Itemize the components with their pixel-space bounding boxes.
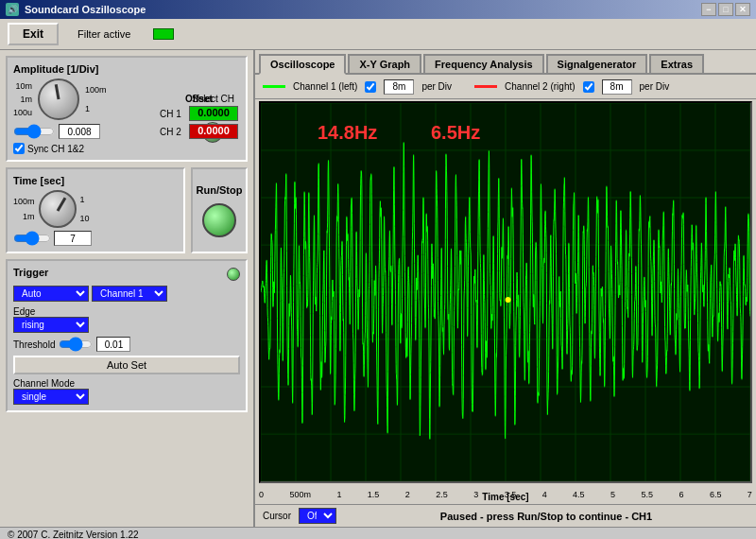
channel-bar: Channel 1 (left) per Div Channel 2 (righ… (255, 75, 756, 99)
ch1-visible-checkbox[interactable] (365, 81, 376, 93)
ch1-bar-label: Channel 1 (left) (293, 81, 357, 92)
trigger-mode-dropdown[interactable]: Auto Normal Single (13, 286, 89, 302)
ch2-bar-label: Channel 2 (right) (505, 81, 575, 92)
time-tick-500m: 500m (289, 490, 311, 499)
ch2-offset-label: CH 2 (160, 127, 186, 137)
threshold-slider[interactable] (59, 339, 93, 349)
app-title: Soundcard Oszilloscope (25, 4, 146, 15)
time-section: Time [sec] 100m 1m 1 10 (6, 167, 185, 253)
ch1-offset-value[interactable]: 0.0000 (189, 106, 238, 121)
maximize-button[interactable]: □ (718, 3, 733, 16)
edge-dropdown[interactable]: rising falling (13, 317, 89, 333)
tab-signalgenerator[interactable]: Signalgenerator (546, 54, 648, 73)
time-knob-indicator (56, 197, 66, 211)
time-label-1m: 1m (23, 212, 35, 221)
trigger-channel-dropdown[interactable]: Channel 1 Channel 2 (92, 286, 167, 302)
time-tick-4: 4 (542, 490, 547, 499)
minimize-button[interactable]: − (701, 3, 716, 16)
sync-label: Sync CH 1&2 (27, 144, 84, 154)
ch1-offset-row: CH 1 0.0000 (160, 106, 238, 121)
time-label-100m: 100m (13, 197, 35, 206)
amplitude-value-input[interactable] (59, 124, 100, 139)
ch2-visible-checkbox[interactable] (583, 81, 594, 93)
oscilloscope-display: 14.8Hz 6.5Hz (259, 101, 752, 483)
amp-label-10m: 10m (16, 81, 33, 91)
threshold-label: Threshold (13, 339, 55, 350)
amplitude-title: Amplitude [1/Div] (13, 63, 240, 75)
title-bar: 🔊 Soundcard Oszilloscope − □ ✕ (0, 0, 756, 19)
ch2-per-div-input[interactable] (602, 79, 632, 95)
left-panel: Amplitude [1/Div] 10m 1m 100u 100m (0, 50, 255, 527)
content-area: Amplitude [1/Div] 10m 1m 100u 100m (0, 50, 756, 527)
threshold-row: Threshold (13, 337, 240, 352)
edge-label: Edge (13, 306, 240, 317)
ch1-per-div-label: per Div (421, 81, 452, 92)
tab-bar: Oscilloscope X-Y Graph Frequency Analysi… (255, 50, 756, 75)
sync-checkbox-row: Sync CH 1&2 (13, 143, 240, 154)
time-tick-1_5: 1.5 (368, 490, 380, 499)
offset-label: Offset (160, 94, 238, 104)
app-icon: 🔊 (6, 3, 19, 16)
amplitude-section: Amplitude [1/Div] 10m 1m 100u 100m (6, 56, 248, 162)
time-title: Time [sec] (13, 175, 178, 186)
time-slider[interactable] (13, 234, 51, 243)
toolbar: Exit Filter active (0, 19, 756, 50)
amplitude-slider[interactable] (13, 127, 55, 136)
trigger-header: Trigger (13, 267, 240, 282)
main-container: Exit Filter active Amplitude [1/Div] 10m… (0, 19, 756, 539)
ch1-per-div-input[interactable] (384, 79, 414, 95)
time-tick-4_5: 4.5 (573, 490, 585, 499)
run-stop-title: Run/Stop (197, 184, 243, 196)
right-panel: Oscilloscope X-Y Graph Frequency Analysi… (255, 50, 756, 527)
trigger-title: Trigger (13, 267, 48, 278)
time-tick-3: 3 (473, 490, 478, 499)
cursor-label: Cursor (263, 511, 291, 521)
amp-label-1m: 1m (21, 95, 33, 104)
tab-frequency-analysis[interactable]: Frequency Analysis (423, 54, 544, 73)
ch2-offset-row: CH 2 0.0000 (160, 124, 238, 139)
time-label-1: 1 (80, 195, 85, 204)
auto-set-button[interactable]: Auto Set (13, 356, 240, 374)
time-tick-6: 6 (679, 490, 683, 499)
time-value-input[interactable] (54, 231, 92, 246)
time-tick-5: 5 (610, 490, 615, 499)
run-stop-button[interactable] (202, 203, 236, 237)
status-text: Paused - press Run/Stop to continue - CH… (344, 511, 748, 522)
time-tick-2: 2 (405, 490, 410, 499)
time-axis-title: Time [sec] (482, 492, 528, 502)
channel-mode-label: Channel Mode (13, 378, 240, 389)
tab-oscilloscope[interactable]: Oscilloscope (259, 54, 346, 75)
close-button[interactable]: ✕ (735, 3, 750, 16)
footer: © 2007 C. Zeitnitz Version 1.22 (0, 527, 756, 539)
time-knob[interactable] (39, 190, 77, 228)
footer-text: © 2007 C. Zeitnitz Version 1.22 (8, 530, 139, 539)
bottom-bar: Cursor Off On Paused - press Run/Stop to… (255, 504, 756, 527)
time-tick-5_5: 5.5 (641, 490, 653, 499)
filter-indicator (153, 28, 174, 40)
freq-label-1: 14.8Hz (318, 122, 377, 144)
sync-checkbox[interactable] (13, 143, 25, 154)
time-tick-7: 7 (747, 490, 752, 499)
ch2-per-div-label: per Div (640, 81, 670, 92)
time-label-10: 10 (80, 214, 90, 223)
time-tick-1: 1 (336, 490, 341, 499)
osc-canvas (261, 103, 750, 481)
run-stop-section: Run/Stop (191, 167, 248, 253)
knob-indicator (55, 84, 60, 99)
cursor-dropdown[interactable]: Off On (299, 508, 336, 524)
ch2-color-line (474, 85, 497, 88)
time-tick-6_5: 6.5 (710, 490, 722, 499)
tab-extras[interactable]: Extras (649, 54, 704, 73)
channel-mode-dropdown[interactable]: single dual (13, 389, 89, 405)
threshold-input[interactable] (96, 337, 130, 352)
tab-xy-graph[interactable]: X-Y Graph (348, 54, 421, 73)
amplitude-knob[interactable] (38, 78, 79, 120)
ch1-offset-label: CH 1 (160, 109, 186, 119)
ch1-color-line (263, 85, 285, 88)
trigger-section: Trigger Auto Normal Single Channel 1 Cha… (6, 259, 248, 412)
filter-label: Filter active (77, 28, 130, 40)
ch2-offset-value[interactable]: 0.0000 (189, 124, 238, 139)
freq-label-2: 6.5Hz (431, 122, 480, 144)
exit-button[interactable]: Exit (8, 23, 59, 45)
trigger-indicator (227, 268, 240, 281)
